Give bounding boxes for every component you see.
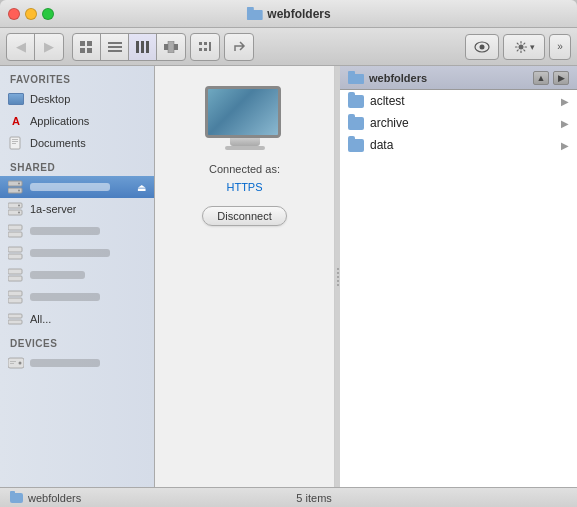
close-button[interactable] [8, 8, 20, 20]
svg-rect-40 [8, 291, 22, 296]
view-list-button[interactable] [101, 34, 129, 60]
view-coverflow-button[interactable] [157, 34, 185, 60]
svg-rect-13 [168, 41, 174, 53]
sidebar-item-desktop[interactable]: Desktop [0, 88, 154, 110]
all-icon [8, 311, 24, 327]
svg-rect-39 [8, 276, 22, 281]
folder-list: acltest ▶ archive ▶ data ▶ [340, 90, 577, 487]
svg-rect-8 [108, 50, 122, 52]
svg-rect-6 [108, 42, 122, 44]
sidebar-item-all[interactable]: All... [0, 308, 154, 330]
server-icon-current [8, 179, 24, 195]
action-button[interactable]: ▾ [503, 34, 545, 60]
status-item-count: 5 items [296, 492, 331, 504]
svg-rect-7 [108, 46, 122, 48]
svg-point-20 [480, 44, 485, 49]
sidebar-item-documents[interactable]: Documents [0, 132, 154, 154]
svg-rect-16 [199, 48, 202, 51]
share-button-group [224, 33, 254, 61]
forward-button[interactable]: ▶ [35, 34, 63, 60]
sidebar-item-documents-label: Documents [30, 137, 86, 149]
sidebar-item-server2[interactable] [0, 220, 154, 242]
svg-rect-2 [80, 41, 85, 46]
sidebar-item-drive[interactable] [0, 352, 154, 374]
minimize-button[interactable] [25, 8, 37, 20]
svg-rect-9 [136, 41, 139, 53]
svg-rect-18 [209, 42, 211, 51]
svg-rect-15 [204, 42, 207, 45]
disconnect-button[interactable]: Disconnect [202, 206, 286, 226]
sidebar-item-applications-label: Applications [30, 115, 89, 127]
status-folder-icon [10, 493, 23, 503]
svg-rect-38 [8, 269, 22, 274]
toolbar: ◀ ▶ ▾ [0, 28, 577, 66]
sidebar-item-current-server[interactable]: ⏏ [0, 176, 154, 198]
svg-point-28 [18, 183, 20, 185]
main-content: FAVORITES Desktop A Applications Documen… [0, 66, 577, 487]
svg-rect-36 [8, 247, 22, 252]
monitor-stand [225, 146, 265, 150]
svg-rect-4 [80, 48, 85, 53]
svg-rect-41 [8, 298, 22, 303]
folder-header-controls: ▲ ▶ [533, 71, 569, 85]
svg-point-45 [19, 362, 22, 365]
sidebar-item-desktop-label: Desktop [30, 93, 70, 105]
folder-item-archive-arrow: ▶ [561, 118, 569, 129]
status-left: webfolders [10, 492, 81, 504]
sidebar-item-all-label: All... [30, 313, 51, 325]
shared-header: SHARED [0, 154, 154, 176]
desktop-icon [8, 91, 24, 107]
view-icon-button[interactable] [73, 34, 101, 60]
arrange-button-group [190, 33, 220, 61]
view-column-button[interactable] [129, 34, 157, 60]
svg-rect-25 [12, 143, 16, 144]
server-icon-4 [8, 267, 24, 283]
window-title: webfolders [246, 7, 330, 21]
folder-up-button[interactable]: ▲ [533, 71, 549, 85]
maximize-button[interactable] [42, 8, 54, 20]
folder-icon-acltest [348, 95, 364, 108]
folder-header-icon [348, 71, 364, 84]
expand-button[interactable]: » [549, 34, 571, 60]
arrange-button[interactable] [191, 34, 219, 60]
webdav-panel: Connected as: HTTPS Disconnect [155, 66, 335, 487]
documents-icon [8, 135, 24, 151]
svg-rect-23 [12, 139, 18, 140]
folder-item-data[interactable]: data ▶ [340, 134, 577, 156]
resize-dots [337, 268, 339, 286]
folder-item-archive-label: archive [370, 116, 555, 130]
folder-item-acltest[interactable]: acltest ▶ [340, 90, 577, 112]
svg-point-33 [18, 212, 20, 214]
eye-button[interactable] [465, 34, 499, 60]
folder-forward-button[interactable]: ▶ [553, 71, 569, 85]
svg-rect-49 [348, 71, 355, 75]
share-button[interactable] [225, 34, 253, 60]
server-icon-1a [8, 201, 24, 217]
svg-rect-11 [146, 41, 149, 53]
svg-rect-35 [8, 232, 22, 237]
back-button[interactable]: ◀ [7, 34, 35, 60]
title-bar: webfolders [0, 0, 577, 28]
sidebar-item-server3[interactable] [0, 242, 154, 264]
monitor-screen [205, 86, 281, 138]
svg-rect-42 [8, 314, 22, 318]
svg-rect-34 [8, 225, 22, 230]
sidebar-item-server4[interactable] [0, 264, 154, 286]
sidebar-item-applications[interactable]: A Applications [0, 110, 154, 132]
server-icon-2 [8, 223, 24, 239]
toolbar-right: ▾ » [465, 34, 571, 60]
folder-item-data-label: data [370, 138, 555, 152]
https-link[interactable]: HTTPS [226, 181, 262, 193]
sidebar-item-current-server-label [30, 183, 110, 191]
sidebar-item-1a-server[interactable]: 1a-server [0, 198, 154, 220]
monitor-base [230, 138, 260, 146]
folder-item-archive[interactable]: archive ▶ [340, 112, 577, 134]
folder-item-acltest-label: acltest [370, 94, 555, 108]
svg-point-32 [18, 205, 20, 207]
svg-rect-1 [246, 7, 253, 11]
folder-icon-archive [348, 117, 364, 130]
sidebar-item-server5[interactable] [0, 286, 154, 308]
status-folder-name: webfolders [28, 492, 81, 504]
svg-rect-47 [10, 363, 14, 364]
server-icon-3 [8, 245, 24, 261]
